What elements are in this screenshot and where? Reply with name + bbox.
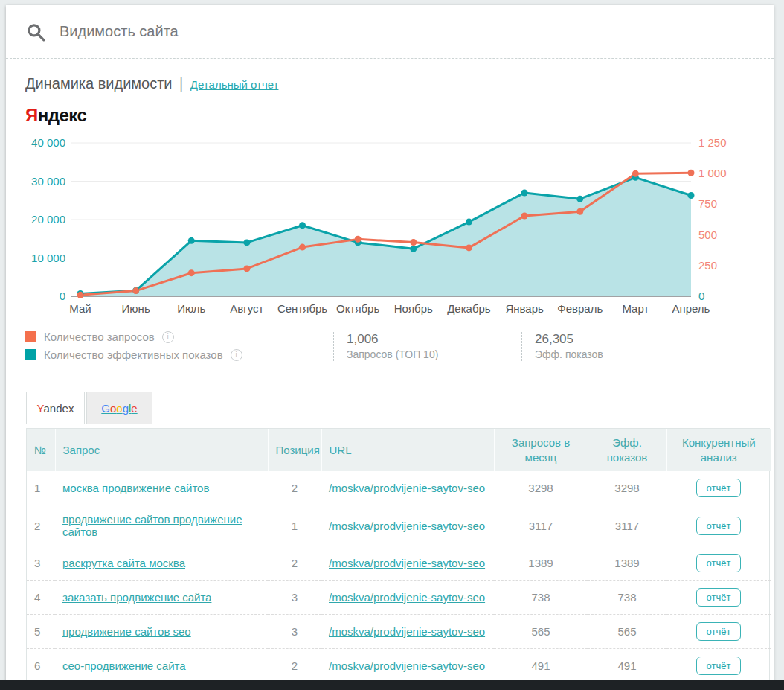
row-number: 4 bbox=[27, 581, 55, 615]
detailed-report-link[interactable]: Детальный отчет bbox=[190, 78, 279, 91]
table-row: 6сео-продвижение сайта2/moskva/prodvijen… bbox=[27, 649, 771, 683]
eff-shows-cell: 3298 bbox=[588, 471, 666, 505]
url-link[interactable]: /moskva/prodvijenie-saytov-seo bbox=[329, 520, 485, 532]
info-icon[interactable]: i bbox=[231, 349, 242, 361]
table-row: 4заказать продвижение сайта3/moskva/prod… bbox=[27, 581, 771, 615]
row-number: 6 bbox=[27, 649, 55, 683]
legend-swatch bbox=[25, 349, 36, 360]
url-cell: /moskva/prodvijenie-saytov-seo bbox=[321, 649, 494, 683]
column-header: URL bbox=[321, 429, 494, 471]
report-button[interactable]: отчёт bbox=[696, 479, 742, 497]
visibility-chart: 010 00020 00030 00040 00002505007501 000… bbox=[25, 131, 754, 320]
queries-month-cell: 1389 bbox=[494, 546, 588, 581]
eff-shows-cell: 491 bbox=[588, 649, 666, 683]
section-title: Динамика видимости bbox=[25, 75, 173, 92]
query-link[interactable]: заказать продвижение сайта bbox=[62, 591, 211, 604]
query-link[interactable]: продвижение сайтов продвижение сайтов bbox=[62, 513, 242, 538]
left-axis-tick-label: 30 000 bbox=[31, 175, 65, 188]
report-cell: отчёт bbox=[666, 471, 771, 505]
query-cell: раскрутка сайта москва bbox=[55, 546, 268, 581]
url-link[interactable]: /moskva/prodvijenie-saytov-seo bbox=[329, 625, 485, 638]
x-axis-month-label: Март bbox=[622, 302, 649, 315]
yandex-logo-first-letter: Я bbox=[25, 105, 38, 125]
x-axis-month-label: Декабрь bbox=[447, 302, 491, 315]
url-link[interactable]: /moskva/prodvijenie-saytov-seo bbox=[329, 482, 485, 494]
queries-table: №ЗапросПозицияURLЗапросов в месяцЭфф. по… bbox=[27, 429, 771, 690]
query-link[interactable]: раскрутка сайта москва bbox=[62, 557, 185, 569]
position-cell: 2 bbox=[268, 649, 321, 683]
x-axis-month-label: Июль bbox=[177, 302, 205, 315]
query-cell: продвижение сайтов seo bbox=[55, 615, 268, 649]
table-row: 2продвижение сайтов продвижение сайтов1/… bbox=[27, 505, 771, 546]
table-row: 5продвижение сайтов seo3/moskva/prodvije… bbox=[27, 615, 771, 649]
title-separator: | bbox=[179, 75, 183, 92]
main-card: Видимость сайта Динамика видимости | Дет… bbox=[6, 5, 774, 690]
left-axis-tick-label: 0 bbox=[60, 290, 65, 302]
queries-month-cell: 565 bbox=[494, 615, 588, 649]
x-axis-month-label: Январь bbox=[505, 302, 544, 315]
search-header: Видимость сайта bbox=[6, 5, 774, 59]
right-axis-tick-label: 500 bbox=[698, 229, 717, 241]
position-cell: 3 bbox=[268, 615, 321, 649]
eff-shows-cell: 565 bbox=[588, 615, 666, 649]
x-axis-month-label: Май bbox=[69, 302, 91, 315]
x-axis-month-label: Август bbox=[230, 302, 263, 315]
url-link[interactable]: /moskva/prodvijenie-saytov-seo bbox=[329, 659, 485, 672]
chart-legend: Количество запросовiКоличество эффективн… bbox=[25, 330, 333, 361]
x-axis-month-label: Октябрь bbox=[336, 302, 379, 315]
tab-google[interactable]: Google bbox=[86, 392, 152, 424]
url-link[interactable]: /moskva/prodvijenie-saytov-seo bbox=[329, 557, 485, 569]
queries-month-cell: 491 bbox=[494, 649, 588, 683]
x-axis-month-label: Июнь bbox=[122, 302, 150, 315]
report-button[interactable]: отчёт bbox=[696, 657, 742, 675]
column-header: Позиция bbox=[268, 429, 321, 471]
info-icon[interactable]: i bbox=[162, 331, 174, 343]
legend-swatch bbox=[25, 331, 36, 342]
stat-label: Эфф. показов bbox=[535, 348, 603, 360]
table-row: 1москва продвижение сайтов2/moskva/prodv… bbox=[27, 471, 771, 505]
url-cell: /moskva/prodvijenie-saytov-seo bbox=[321, 581, 494, 615]
query-link[interactable]: москва продвижение сайтов bbox=[62, 482, 209, 494]
report-cell: отчёт bbox=[666, 546, 771, 581]
column-header: Эфф. показов bbox=[588, 429, 666, 471]
page-title: Видимость сайта bbox=[60, 23, 179, 40]
tab-yandex[interactable]: Yandex bbox=[26, 392, 85, 424]
eff-shows-cell: 1389 bbox=[588, 546, 666, 581]
report-button[interactable]: отчёт bbox=[696, 622, 742, 641]
report-button[interactable]: отчёт bbox=[696, 517, 742, 535]
table-row: 3раскрутка сайта москва2/moskva/prodvije… bbox=[27, 546, 771, 581]
query-link[interactable]: продвижение сайтов seo bbox=[62, 625, 191, 638]
section-title-row: Динамика видимости | Детальный отчет bbox=[25, 75, 754, 92]
query-cell: сео-продвижение сайта bbox=[55, 649, 268, 683]
tab-label: Google bbox=[101, 402, 137, 415]
search-icon bbox=[26, 22, 45, 42]
right-axis-tick-label: 0 bbox=[698, 290, 704, 302]
report-button[interactable]: отчёт bbox=[696, 588, 742, 607]
legend-stats-row: Количество запросовiКоличество эффективн… bbox=[25, 330, 754, 377]
url-link[interactable]: /moskva/prodvijenie-saytov-seo bbox=[329, 591, 485, 604]
url-cell: /moskva/prodvijenie-saytov-seo bbox=[321, 505, 494, 546]
row-number: 1 bbox=[27, 471, 55, 505]
query-cell: москва продвижение сайтов bbox=[55, 471, 268, 505]
row-number: 2 bbox=[27, 505, 55, 546]
x-axis-month-label: Апрель bbox=[672, 302, 710, 315]
legend-label: Количество эффективных показов bbox=[44, 348, 223, 361]
chart-svg: 010 00020 00030 00040 00002505007501 000… bbox=[25, 131, 758, 317]
bottom-dark-bar bbox=[0, 680, 784, 690]
x-axis-month-label: Ноябрь bbox=[394, 302, 433, 315]
column-header: № bbox=[27, 429, 55, 471]
row-number: 3 bbox=[27, 546, 55, 581]
query-cell: заказать продвижение сайта bbox=[55, 581, 268, 615]
position-cell: 2 bbox=[268, 471, 321, 505]
legend-item: Количество запросовi bbox=[25, 330, 333, 343]
x-axis-month-label: Февраль bbox=[557, 302, 603, 315]
stat-value: 26,305 bbox=[535, 332, 603, 347]
yandex-logo-rest: ндекс bbox=[38, 105, 87, 125]
report-cell: отчёт bbox=[666, 649, 771, 683]
right-axis-tick-label: 250 bbox=[698, 259, 717, 272]
eff-shows-cell: 3117 bbox=[588, 505, 666, 546]
query-link[interactable]: сео-продвижение сайта bbox=[62, 659, 186, 672]
report-button[interactable]: отчёт bbox=[696, 554, 742, 572]
legend-label: Количество запросов bbox=[44, 330, 155, 343]
column-header: Конкурентный анализ bbox=[666, 429, 771, 471]
